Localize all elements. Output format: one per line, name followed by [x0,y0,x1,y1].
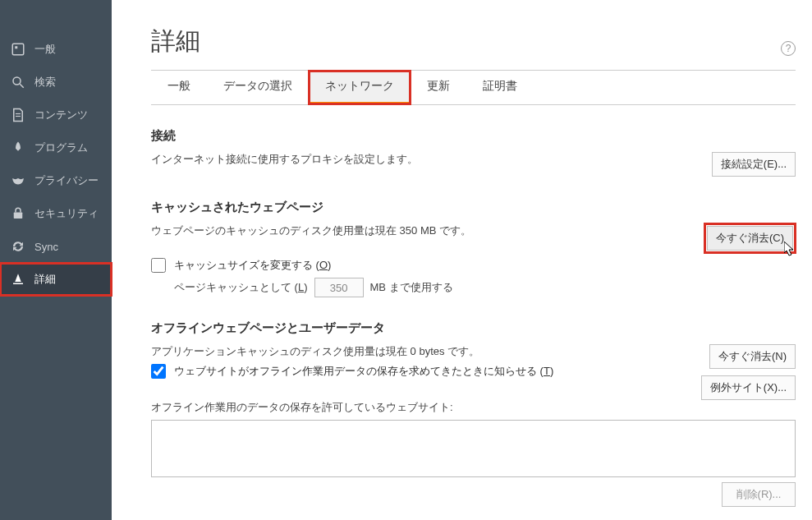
main-panel: ? 詳細 一般 データの選択 ネットワーク 更新 証明書 接続 インターネット接… [112,0,812,520]
sidebar-item-label: プライバシー [34,173,99,188]
tab-data-choices[interactable]: データの選択 [207,71,309,104]
page-title: 詳細 [151,25,796,58]
search-icon [10,74,26,90]
tab-certificates[interactable]: 証明書 [466,71,534,104]
tabstrip: 一般 データの選択 ネットワーク 更新 証明書 [151,70,796,105]
sidebar-item-content[interactable]: コンテンツ [0,99,112,131]
cache-limit-input[interactable] [314,278,364,297]
sidebar-item-label: コンテンツ [34,108,88,122]
offline-remove-button[interactable]: 削除(R)... [722,482,796,507]
sidebar-item-search[interactable]: 検索 [0,66,112,99]
document-icon [10,107,26,123]
wizard-hat-icon [10,271,26,288]
tab-update[interactable]: 更新 [411,71,466,104]
sidebar-item-label: 一般 [34,42,56,57]
sync-icon [10,238,26,255]
sidebar-item-label: プログラム [34,140,88,155]
svg-line-3 [20,84,24,88]
clear-cache-button[interactable]: 今すぐ消去(C) [707,226,793,251]
rocket-icon [10,140,26,156]
sidebar-item-label: Sync [34,241,58,253]
override-cache-label: キャッシュサイズを変更する (O) [174,258,331,273]
tab-network[interactable]: ネットワーク [309,71,411,104]
sidebar-item-sync[interactable]: Sync [0,230,112,263]
general-icon [10,41,26,58]
sidebar-item-label: セキュリティ [34,206,99,221]
sidebar-item-security[interactable]: セキュリティ [0,197,112,230]
lock-icon [10,205,26,222]
cache-title: キャッシュされたウェブページ [151,200,796,215]
offline-title: オフラインウェブページとユーザーデータ [151,320,796,336]
connection-desc: インターネット接続に使用するプロキシを設定します。 [151,152,418,167]
mask-icon [10,173,26,189]
connection-title: 接続 [151,128,796,144]
svg-rect-0 [12,44,24,55]
offline-desc: アプリケーションキャッシュのディスク使用量は現在 0 bytes です。 [151,344,693,359]
svg-point-2 [13,77,21,85]
offline-section: オフラインウェブページとユーザーデータ アプリケーションキャッシュのディスク使用… [151,320,796,507]
cache-limit-label: ページキャッシュとして (L) [174,280,308,295]
offline-allowed-label: オフライン作業用のデータの保存を許可しているウェブサイト: [151,400,796,415]
clear-offline-button[interactable]: 今すぐ消去(N) [709,344,796,369]
offline-exceptions-button[interactable]: 例外サイト(X)... [701,375,796,400]
help-icon[interactable]: ? [781,41,796,56]
sidebar-item-applications[interactable]: プログラム [0,131,112,164]
sidebar-item-privacy[interactable]: プライバシー [0,164,112,197]
sidebar-item-advanced[interactable]: 詳細 [0,263,112,296]
offline-notify-checkbox[interactable] [151,364,166,379]
sidebar: 一般 検索 コンテンツ プログラム プライバシー セキュリティ Sync 詳細 [0,0,112,520]
svg-rect-1 [15,46,17,48]
connection-section: 接続 インターネット接続に使用するプロキシを設定します。 接続設定(E)... [151,128,796,177]
offline-notify-label: ウェブサイトがオフライン作業用データの保存を求めてきたときに知らせる (T) [174,364,553,379]
tab-general[interactable]: 一般 [151,71,207,104]
cache-section: キャッシュされたウェブページ ウェブページのキャッシュのディスク使用量は現在 3… [151,200,796,297]
offline-allowed-listbox[interactable] [151,420,796,477]
cache-desc: ウェブページのキャッシュのディスク使用量は現在 350 MB です。 [151,223,471,238]
svg-rect-6 [14,213,23,219]
connection-settings-button[interactable]: 接続設定(E)... [712,152,796,177]
override-cache-checkbox[interactable] [151,258,166,273]
sidebar-item-label: 詳細 [34,272,56,287]
sidebar-item-label: 検索 [34,75,56,90]
sidebar-item-general[interactable]: 一般 [0,33,112,66]
cache-limit-suffix: MB まで使用する [370,280,453,295]
